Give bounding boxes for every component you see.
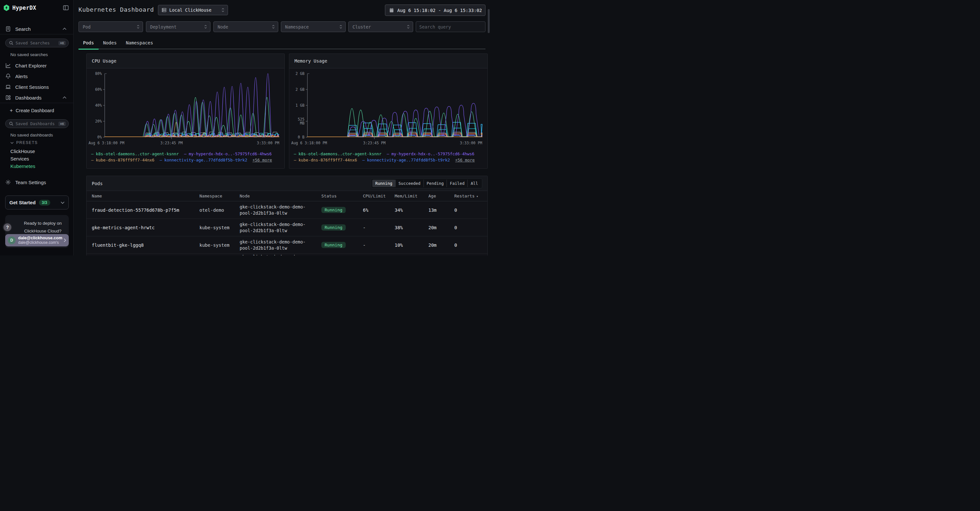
cpu-usage-chart[interactable]: 80%60%40%20%0%Aug 6 3:18:00 PM3:23:45 PM… <box>87 68 285 150</box>
memory-usage-chart[interactable]: 2 GB2 GB1 GB525MB0 BAug 6 3:18:00 PM3:23… <box>289 68 487 150</box>
filter-deployment-select[interactable]: Deployment <box>146 21 210 32</box>
table-row[interactable]: fraud-detection-55776d678b-p7f5m otel-de… <box>87 201 487 219</box>
user-email: dale@clickhouse.com <box>18 236 62 240</box>
col-age[interactable]: Age <box>428 194 454 199</box>
status-badge: Running <box>321 207 346 213</box>
pod-restarts: 0 <box>454 207 482 213</box>
svg-text:2 GB: 2 GB <box>296 71 304 76</box>
create-dashboard-button[interactable]: + Create Dashboard <box>10 107 73 115</box>
sidebar-item-label: Client Sessions <box>15 84 49 90</box>
presets-label: PRESETS <box>16 140 38 145</box>
col-mem-limit[interactable]: Mem/Limit <box>395 194 428 199</box>
sidebar-item-label: Alerts <box>15 73 27 79</box>
legend-item[interactable]: —my-hyperdx-hdx-o..-57975fcd6-4hws6 <box>387 151 474 156</box>
legend-item[interactable]: —my-hyperdx-hdx-o..-57975fcd6-4hws6 <box>184 151 271 156</box>
preset-kubernetes[interactable]: Kubernetes <box>10 163 35 169</box>
pod-status: Running <box>321 242 363 248</box>
sidebar-item-alerts[interactable]: Alerts <box>5 72 68 80</box>
brand-name: HyperDX <box>12 5 36 11</box>
legend-item[interactable]: —k8s-otel-daemons..ctor-agent-ksnnr <box>294 151 381 156</box>
get-started-button[interactable]: Get Started 3/3 <box>5 196 69 209</box>
saved-searches-placeholder: Saved Searches <box>16 41 58 45</box>
legend-item[interactable]: —kube-dns-876ff9ff7-44nx6 <box>91 158 154 162</box>
chevron-up-icon[interactable] <box>63 96 67 99</box>
filter-cluster-label: Cluster <box>353 24 371 30</box>
sidebar-item-label: Search <box>15 26 31 32</box>
sidebar-item-chart-explorer[interactable]: Chart Explorer <box>5 61 68 70</box>
svg-text:80%: 80% <box>95 71 102 76</box>
sidebar-item-dashboards[interactable]: Dashboards <box>5 93 68 102</box>
col-name[interactable]: Name <box>92 194 199 199</box>
svg-text:3:33:00 PM: 3:33:00 PM <box>257 141 279 145</box>
status-filter-pending[interactable]: Pending <box>423 180 447 187</box>
legend-more-link[interactable]: +56 more <box>455 158 475 162</box>
pod-restarts: 0 <box>454 242 482 248</box>
svg-text:60%: 60% <box>95 87 102 92</box>
memory-usage-panel: Memory Usage 2 GB2 GB1 GB525MB0 BAug 6 3… <box>289 54 488 169</box>
col-status[interactable]: Status <box>321 194 363 199</box>
col-node[interactable]: Node <box>240 194 321 199</box>
filter-pod-label: Pod <box>83 24 91 30</box>
legend-item[interactable]: —kube-dns-876ff9ff7-44nx6 <box>294 158 357 162</box>
saved-searches-input[interactable]: Saved Searches ⌘K <box>5 38 69 47</box>
bell-icon <box>5 73 11 79</box>
status-filter-succeeded[interactable]: Succeeded <box>395 180 423 187</box>
pod-node: gke-clickstack-demo-demo- <box>240 254 321 256</box>
logs-icon <box>5 26 11 32</box>
chart-legend: —k8s-otel-daemons..ctor-agent-ksnnr—my-h… <box>289 150 487 163</box>
user-org: dale@clickhouse.com's <box>18 240 62 245</box>
filter-node-select[interactable]: Node <box>213 21 278 32</box>
svg-text:40%: 40% <box>95 103 102 108</box>
preset-clickhouse[interactable]: ClickHouse <box>10 148 35 154</box>
svg-text:0 B: 0 B <box>298 135 304 139</box>
no-saved-dashboards-note: No saved dashboards <box>10 133 53 137</box>
source-select[interactable]: Local ClickHouse <box>158 5 228 15</box>
page-scrollbar[interactable] <box>488 9 490 33</box>
pod-mem: 10% <box>395 242 428 248</box>
date-range-picker[interactable]: Aug 6 15:18:02 - Aug 6 15:33:02 <box>385 5 485 16</box>
source-select-value: Local ClickHouse <box>169 8 212 13</box>
pod-cpu: - <box>363 225 395 230</box>
status-filter-failed[interactable]: Failed <box>447 180 467 187</box>
col-restarts[interactable]: Restarts▾ <box>454 194 482 199</box>
col-namespace[interactable]: Namespace <box>199 194 240 199</box>
filter-cluster-select[interactable]: Cluster <box>348 21 413 32</box>
status-filter-running[interactable]: Running <box>372 180 395 187</box>
saved-dashboards-input[interactable]: Saved Dashboards ⌘K <box>5 119 69 128</box>
preset-services[interactable]: Services <box>10 156 29 161</box>
legend-item[interactable]: —k8s-otel-daemons..ctor-agent-ksnnr <box>91 151 179 156</box>
status-badge: Running <box>321 242 346 248</box>
status-filter-all[interactable]: All <box>467 180 481 187</box>
filter-pod-select[interactable]: Pod <box>78 21 143 32</box>
presets-toggle[interactable]: PRESETS <box>10 140 38 145</box>
tab-namespaces[interactable]: Namespaces <box>121 37 158 49</box>
pod-status: Running <box>321 224 363 231</box>
panel-header[interactable]: Memory Usage <box>289 54 487 68</box>
legend-item[interactable]: —konnectivity-age..77dfdd8f5b-t9rk2 <box>362 158 450 162</box>
filter-namespace-select[interactable]: Namespace <box>281 21 346 32</box>
legend-swatch: — <box>184 151 186 156</box>
help-icon[interactable]: ? <box>3 223 12 232</box>
table-row[interactable]: fluentbit-gke-lggq8 kube-system gke-clic… <box>87 236 487 254</box>
sidebar-item-team-settings[interactable]: Team Settings <box>5 178 68 186</box>
shortcut-badge: ⌘K <box>58 41 66 45</box>
search-query-input[interactable] <box>416 21 485 32</box>
svg-text:3:33:00 PM: 3:33:00 PM <box>460 141 482 145</box>
legend-item[interactable]: —konnectivity-age..77dfdd8f5b-t9rk2 <box>159 158 247 162</box>
sidebar-collapse-icon[interactable] <box>63 5 70 12</box>
panel-header[interactable]: CPU Usage <box>87 54 285 68</box>
select-chevrons-icon <box>137 25 140 29</box>
svg-text:2 GB: 2 GB <box>296 87 304 92</box>
user-menu[interactable]: D dale@clickhouse.com dale@clickhouse.co… <box>5 234 69 247</box>
legend-more-link[interactable]: +56 more <box>253 158 272 162</box>
chevron-up-icon[interactable] <box>63 27 67 30</box>
col-cpu-limit[interactable]: CPU/Limit <box>363 194 395 199</box>
sidebar-item-search[interactable]: Search <box>5 25 68 33</box>
table-row[interactable]: gke-clickstack-demo-demo- <box>87 254 487 256</box>
table-row[interactable]: gke-metrics-agent-hrwtc kube-system gke-… <box>87 219 487 236</box>
sidebar-item-client-sessions[interactable]: Client Sessions <box>5 83 68 91</box>
hyperdx-logo-icon <box>3 4 10 11</box>
tab-nodes[interactable]: Nodes <box>99 37 121 49</box>
svg-text:Aug 6 3:18:00 PM: Aug 6 3:18:00 PM <box>291 141 327 145</box>
tab-pods[interactable]: Pods <box>78 37 99 49</box>
